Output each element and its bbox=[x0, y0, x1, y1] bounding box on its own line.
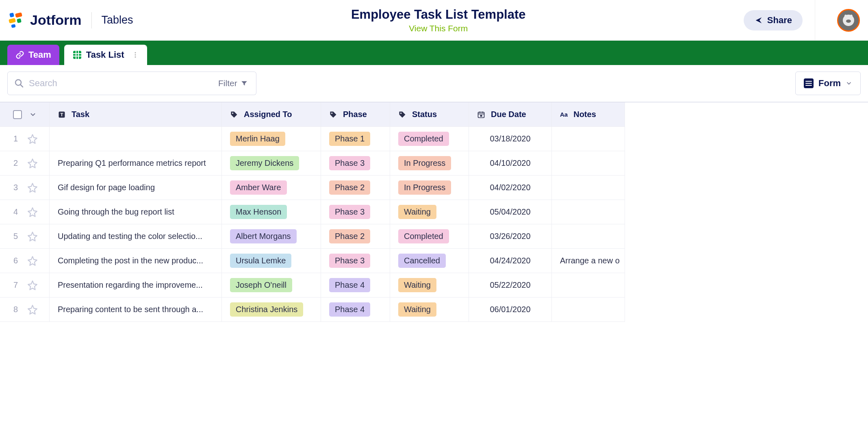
cell-notes[interactable] bbox=[552, 127, 625, 151]
due-text: 03/18/2020 bbox=[490, 134, 530, 143]
row-selector[interactable]: 4 bbox=[0, 200, 50, 224]
filter-button[interactable]: Filter bbox=[210, 72, 256, 95]
app-name[interactable]: Tables bbox=[102, 14, 133, 26]
cell-assigned[interactable]: Amber Ware bbox=[222, 176, 321, 200]
col-status[interactable]: Status bbox=[390, 102, 469, 127]
cell-task[interactable]: Going through the bug report list bbox=[50, 200, 222, 224]
user-avatar[interactable] bbox=[837, 9, 860, 32]
cell-task[interactable] bbox=[50, 127, 222, 151]
cell-task[interactable]: Presentation regarding the improveme... bbox=[50, 273, 222, 298]
cell-phase[interactable]: Phase 3 bbox=[321, 200, 390, 224]
app-header: Jotform Tables Employee Task List Templa… bbox=[0, 0, 868, 41]
cell-assigned[interactable]: Albert Morgans bbox=[222, 224, 321, 249]
select-all-checkbox[interactable] bbox=[13, 110, 22, 119]
tab-menu-icon[interactable] bbox=[132, 51, 139, 59]
cell-phase[interactable]: Phase 2 bbox=[321, 224, 390, 249]
row-selector[interactable]: 3 bbox=[0, 176, 50, 200]
cell-assigned[interactable]: Ursula Lemke bbox=[222, 249, 321, 273]
cell-due[interactable]: 04/10/2020 bbox=[469, 151, 552, 176]
cell-status[interactable]: In Progress bbox=[390, 151, 469, 176]
cell-phase[interactable]: Phase 1 bbox=[321, 127, 390, 151]
star-icon[interactable] bbox=[27, 256, 38, 266]
cell-due[interactable]: 03/18/2020 bbox=[469, 127, 552, 151]
svg-point-23 bbox=[400, 113, 401, 114]
page-title: Employee Task List Template bbox=[133, 7, 744, 22]
cell-due[interactable]: 03/26/2020 bbox=[469, 224, 552, 249]
star-icon[interactable] bbox=[27, 280, 38, 291]
cell-assigned[interactable]: Jeremy Dickens bbox=[222, 151, 321, 176]
col-task[interactable]: T Task bbox=[50, 102, 222, 127]
search-input[interactable] bbox=[29, 78, 204, 89]
star-icon[interactable] bbox=[27, 134, 38, 144]
cell-status[interactable]: Completed bbox=[390, 127, 469, 151]
view-form-link[interactable]: View This Form bbox=[133, 24, 744, 33]
cell-status[interactable]: Waiting bbox=[390, 298, 469, 322]
cell-due[interactable]: 06/01/2020 bbox=[469, 298, 552, 322]
cell-status[interactable]: Waiting bbox=[390, 200, 469, 224]
cell-assigned[interactable]: Max Henson bbox=[222, 200, 321, 224]
cell-notes[interactable] bbox=[552, 298, 625, 322]
link-icon bbox=[15, 50, 24, 59]
search-wrap[interactable] bbox=[7, 72, 210, 95]
cell-assigned[interactable]: Merlin Haag bbox=[222, 127, 321, 151]
row-selector[interactable]: 8 bbox=[0, 298, 50, 322]
svg-rect-28 bbox=[480, 115, 482, 116]
cell-phase[interactable]: Phase 3 bbox=[321, 151, 390, 176]
cell-task[interactable]: Gif design for page loading bbox=[50, 176, 222, 200]
form-label: Form bbox=[818, 78, 841, 89]
row-selector[interactable]: 6 bbox=[0, 249, 50, 273]
cell-assigned[interactable]: Christina Jenkins bbox=[222, 298, 321, 322]
cell-notes[interactable] bbox=[552, 176, 625, 200]
cell-assigned[interactable]: Joseph O'neill bbox=[222, 273, 321, 298]
assigned-chip: Amber Ware bbox=[230, 180, 287, 195]
row-selector[interactable]: 1 bbox=[0, 127, 50, 151]
cell-notes[interactable] bbox=[552, 151, 625, 176]
cell-phase[interactable]: Phase 2 bbox=[321, 176, 390, 200]
tab-task-list[interactable]: Task List bbox=[64, 45, 147, 65]
due-text: 05/22/2020 bbox=[490, 280, 530, 290]
row-number: 6 bbox=[12, 256, 20, 265]
col-notes[interactable]: Aa Notes bbox=[552, 102, 625, 127]
cell-notes[interactable] bbox=[552, 224, 625, 249]
row-selector[interactable]: 2 bbox=[0, 151, 50, 176]
star-icon[interactable] bbox=[27, 207, 38, 217]
phase-chip: Phase 1 bbox=[329, 132, 370, 146]
text-icon: T bbox=[58, 111, 66, 119]
cell-task[interactable]: Preparing Q1 performance metrics report bbox=[50, 151, 222, 176]
svg-point-8 bbox=[846, 20, 851, 23]
logo-block[interactable]: Jotform bbox=[8, 12, 82, 28]
star-icon[interactable] bbox=[27, 158, 38, 169]
cell-due[interactable]: 05/04/2020 bbox=[469, 200, 552, 224]
star-icon[interactable] bbox=[27, 231, 38, 242]
cell-notes[interactable]: Arrange a new o bbox=[552, 249, 625, 273]
col-due[interactable]: Due Date bbox=[469, 102, 552, 127]
form-dropdown-button[interactable]: Form bbox=[795, 72, 861, 95]
svg-point-21 bbox=[232, 113, 233, 114]
row-selector[interactable]: 5 bbox=[0, 224, 50, 249]
avatar-wrap bbox=[815, 0, 860, 40]
row-selector[interactable]: 7 bbox=[0, 273, 50, 298]
cell-status[interactable]: Completed bbox=[390, 224, 469, 249]
cell-phase[interactable]: Phase 4 bbox=[321, 273, 390, 298]
cell-status[interactable]: Waiting bbox=[390, 273, 469, 298]
tab-team[interactable]: Team bbox=[7, 45, 59, 65]
cell-due[interactable]: 04/02/2020 bbox=[469, 176, 552, 200]
cell-status[interactable]: Cancelled bbox=[390, 249, 469, 273]
cell-due[interactable]: 04/24/2020 bbox=[469, 249, 552, 273]
cell-task[interactable]: Updating and testing the color selectio.… bbox=[50, 224, 222, 249]
share-button[interactable]: Share bbox=[744, 10, 803, 30]
cell-notes[interactable] bbox=[552, 273, 625, 298]
cell-status[interactable]: In Progress bbox=[390, 176, 469, 200]
star-icon[interactable] bbox=[27, 182, 38, 193]
cell-phase[interactable]: Phase 3 bbox=[321, 249, 390, 273]
col-assigned[interactable]: Assigned To bbox=[222, 102, 321, 127]
cell-task[interactable]: Completing the post in the new produc... bbox=[50, 249, 222, 273]
svg-point-6 bbox=[844, 15, 847, 18]
chevron-down-icon[interactable] bbox=[29, 111, 37, 118]
cell-notes[interactable] bbox=[552, 200, 625, 224]
col-phase[interactable]: Phase bbox=[321, 102, 390, 127]
cell-task[interactable]: Preparing content to be sent through a..… bbox=[50, 298, 222, 322]
star-icon[interactable] bbox=[27, 304, 38, 315]
cell-phase[interactable]: Phase 4 bbox=[321, 298, 390, 322]
cell-due[interactable]: 05/22/2020 bbox=[469, 273, 552, 298]
